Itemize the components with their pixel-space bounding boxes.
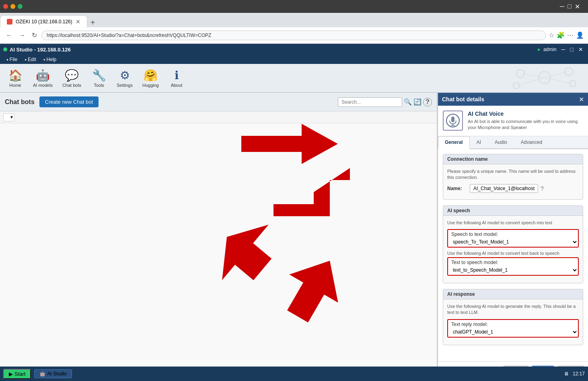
- toolbar-ai-models[interactable]: 🤖 AI models: [29, 66, 57, 90]
- ai-response-section: AI response Use the following AI model t…: [443, 289, 583, 345]
- admin-info: ● admin ─ □ ✕: [537, 46, 585, 53]
- start-label: Start: [14, 371, 25, 377]
- toolbar-about[interactable]: ℹ About: [164, 66, 189, 90]
- stt-dropdown-row: Speech to text model: speech_To_Text_Mod…: [447, 229, 579, 248]
- detail-tabs: General AI Audio Advanced: [438, 136, 588, 149]
- name-input[interactable]: [470, 184, 538, 193]
- tts-model-select[interactable]: text_to_Speech_Model_1 text_to_Speech_Mo…: [448, 265, 578, 275]
- menu-bar: ● File ● Edit ● Help: [0, 55, 588, 64]
- start-button[interactable]: ▶ Start: [3, 369, 31, 379]
- browser-menu-icon[interactable]: ⋯: [567, 31, 574, 39]
- ai-response-body: Use the following AI model to generate t…: [443, 299, 583, 345]
- admin-label: admin: [543, 47, 557, 52]
- app-close-btn[interactable]: ✕: [577, 46, 585, 53]
- menu-file[interactable]: ● File: [3, 56, 21, 63]
- taskbar-right: 🖥 12:17: [564, 371, 585, 377]
- connection-name-desc: Please specify a unique name. This name …: [447, 168, 579, 181]
- network-background: [504, 66, 585, 91]
- search-button[interactable]: 🔍: [404, 98, 412, 106]
- refresh-button[interactable]: 🔄: [413, 98, 421, 106]
- right-panel: Chat bot details ✕ AI Chat Voice: [437, 93, 588, 381]
- name-help-icon[interactable]: ?: [541, 185, 544, 192]
- toolbar-about-label: About: [171, 83, 183, 88]
- profile-icon[interactable]: 👤: [576, 31, 584, 39]
- details-header: Chat bot details ✕: [438, 93, 588, 106]
- app-titlebar: AI Studio - 192.168.0.126 ● admin ─ □ ✕: [0, 44, 588, 55]
- tts-label: Text to speech model:: [448, 258, 578, 265]
- tab-advanced[interactable]: Advanced: [514, 136, 549, 148]
- taskbar-monitor-icon: 🖥: [564, 371, 569, 377]
- details-close-button[interactable]: ✕: [579, 96, 584, 103]
- ai-speech-header: AI speech: [443, 206, 583, 216]
- toolbar-tools-label: Tools: [94, 83, 104, 88]
- ai-response-header: AI response: [443, 289, 583, 299]
- toolbar-settings[interactable]: ⚙ Settings: [113, 66, 137, 90]
- star-icon[interactable]: ☆: [549, 31, 554, 39]
- win-minimize[interactable]: ─: [560, 3, 564, 10]
- start-icon: ▶: [9, 371, 13, 377]
- tab-favicon: [7, 19, 12, 25]
- reload-button[interactable]: ↻: [30, 31, 39, 40]
- bot-description: An AI bot is able to communicate with yo…: [468, 119, 583, 131]
- taskbar: ▶ Start 🤖 AI Studio 🖥 12:17: [0, 367, 588, 381]
- menu-edit[interactable]: ● Edit: [21, 56, 39, 63]
- chatbot-list-area: [0, 123, 437, 367]
- toolbar-hugging[interactable]: 🤗 Hugging: [138, 66, 163, 90]
- filter-dropdown[interactable]: [3, 113, 14, 121]
- svg-line-7: [545, 78, 573, 84]
- window-maximize[interactable]: [18, 4, 23, 9]
- toolbar-home[interactable]: 🏠 Home: [3, 66, 27, 90]
- menu-help[interactable]: ● Help: [40, 56, 60, 63]
- reply-model-select[interactable]: chatGPT_Model_1 chatGPT_Model_2: [448, 327, 578, 337]
- toolbar-chat-bots[interactable]: 💬 Chat bots: [58, 66, 85, 90]
- tab-ai[interactable]: AI: [470, 136, 488, 148]
- toolbar-tools[interactable]: 🔧 Tools: [87, 66, 111, 90]
- toolbar-settings-label: Settings: [117, 83, 133, 88]
- taskbar-aistudio[interactable]: 🤖 AI Studio: [34, 369, 72, 378]
- ai-speech-body: Use the following AI model to convert sp…: [443, 216, 583, 283]
- app-title-text: AI Studio - 192.168.0.126: [10, 47, 71, 53]
- tab-close-btn[interactable]: ✕: [76, 18, 80, 25]
- ai-models-icon: 🤖: [36, 69, 50, 82]
- ai-response-box: AI response Use the following AI model t…: [443, 289, 583, 345]
- connection-status-dot: [3, 47, 7, 51]
- stt-desc: Use the following AI model to convert sp…: [447, 220, 579, 226]
- home-icon: 🏠: [8, 69, 23, 82]
- stt-label: Speech to text model:: [448, 230, 578, 237]
- win-close[interactable]: ✕: [575, 3, 580, 10]
- help-button[interactable]: ?: [423, 98, 432, 107]
- taskbar-time: 12:17: [573, 371, 585, 377]
- window-close[interactable]: [3, 4, 8, 9]
- toolbar-hugging-label: Hugging: [142, 83, 159, 88]
- browser-tab-active[interactable]: OZEKI 10 (192.168.0.126) ✕: [0, 15, 87, 27]
- tab-title: OZEKI 10 (192.168.0.126): [16, 19, 72, 25]
- new-tab-button[interactable]: +: [87, 18, 99, 27]
- forward-button[interactable]: →: [17, 31, 27, 40]
- back-button[interactable]: ←: [4, 31, 14, 40]
- connection-name-box: Connection name Please specify a unique …: [443, 154, 583, 200]
- app-restore-btn[interactable]: □: [569, 46, 575, 53]
- left-panel: Chat bots Create new Chat bot 🔍 🔄 ? ▼: [0, 93, 437, 381]
- taskbar-app-label: AI Studio: [47, 371, 67, 377]
- search-input[interactable]: [338, 97, 402, 107]
- search-area: 🔍 🔄 ?: [338, 97, 432, 107]
- stt-model-select[interactable]: speech_To_Text_Model_1 speech_To_Text_Mo…: [448, 237, 578, 247]
- toolbar-chat-bots-label: Chat bots: [62, 83, 81, 88]
- extensions-icon[interactable]: 🧩: [557, 31, 565, 39]
- create-chatbot-button[interactable]: Create new Chat bot: [39, 96, 99, 107]
- panel-header: Chat bots Create new Chat bot 🔍 🔄 ?: [0, 93, 437, 111]
- bot-info: AI Chat Voice An AI bot is able to commu…: [438, 106, 588, 136]
- win-restore[interactable]: □: [567, 3, 572, 10]
- app-minimize-btn[interactable]: ─: [560, 46, 567, 53]
- address-bar[interactable]: [41, 31, 546, 40]
- connection-dot: ●: [537, 47, 540, 52]
- window-minimize[interactable]: [10, 4, 15, 9]
- tab-audio[interactable]: Audio: [488, 136, 514, 148]
- connection-name-body: Please specify a unique name. This name …: [443, 164, 583, 199]
- chat-bots-icon: 💬: [65, 69, 79, 82]
- taskbar-app-icon: 🤖: [39, 371, 45, 377]
- main-content: Chat bots Create new Chat bot 🔍 🔄 ? ▼: [0, 93, 588, 381]
- tab-general[interactable]: General: [438, 136, 470, 149]
- ai-speech-section: AI speech Use the following AI model to …: [443, 205, 583, 283]
- response-desc: Use the following AI model to generate t…: [447, 303, 579, 316]
